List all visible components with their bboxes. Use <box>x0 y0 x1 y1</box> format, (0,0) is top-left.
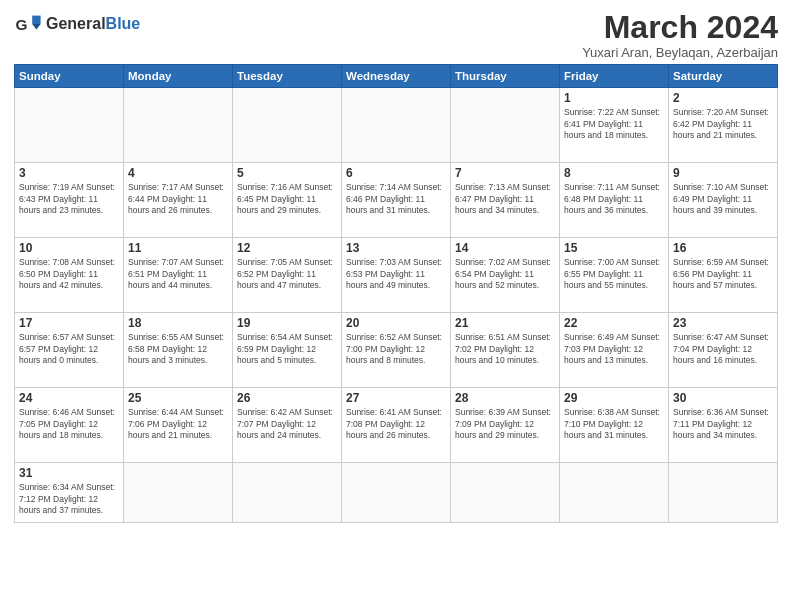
svg-marker-1 <box>32 16 40 24</box>
day-number: 14 <box>455 241 555 255</box>
calendar-cell <box>451 88 560 163</box>
logo-icon: G <box>14 10 42 38</box>
title-block: March 2024 Yuxari Aran, Beylaqan, Azerba… <box>582 10 778 60</box>
day-info: Sunrise: 7:22 AM Sunset: 6:41 PM Dayligh… <box>564 107 664 141</box>
calendar-cell: 4Sunrise: 7:17 AM Sunset: 6:44 PM Daylig… <box>124 163 233 238</box>
calendar-cell: 12Sunrise: 7:05 AM Sunset: 6:52 PM Dayli… <box>233 238 342 313</box>
logo: G GeneralBlue <box>14 10 140 38</box>
day-info: Sunrise: 7:13 AM Sunset: 6:47 PM Dayligh… <box>455 182 555 216</box>
day-number: 9 <box>673 166 773 180</box>
day-info: Sunrise: 7:17 AM Sunset: 6:44 PM Dayligh… <box>128 182 228 216</box>
calendar-cell <box>233 463 342 523</box>
day-number: 4 <box>128 166 228 180</box>
weekday-thursday: Thursday <box>451 65 560 88</box>
day-info: Sunrise: 7:10 AM Sunset: 6:49 PM Dayligh… <box>673 182 773 216</box>
day-info: Sunrise: 7:03 AM Sunset: 6:53 PM Dayligh… <box>346 257 446 291</box>
day-info: Sunrise: 6:49 AM Sunset: 7:03 PM Dayligh… <box>564 332 664 366</box>
week-row-3: 10Sunrise: 7:08 AM Sunset: 6:50 PM Dayli… <box>15 238 778 313</box>
logo-blue: Blue <box>106 15 141 32</box>
calendar-cell: 5Sunrise: 7:16 AM Sunset: 6:45 PM Daylig… <box>233 163 342 238</box>
calendar-cell: 9Sunrise: 7:10 AM Sunset: 6:49 PM Daylig… <box>669 163 778 238</box>
day-info: Sunrise: 7:14 AM Sunset: 6:46 PM Dayligh… <box>346 182 446 216</box>
day-info: Sunrise: 7:16 AM Sunset: 6:45 PM Dayligh… <box>237 182 337 216</box>
day-number: 28 <box>455 391 555 405</box>
day-info: Sunrise: 6:55 AM Sunset: 6:58 PM Dayligh… <box>128 332 228 366</box>
calendar-cell: 16Sunrise: 6:59 AM Sunset: 6:56 PM Dayli… <box>669 238 778 313</box>
day-info: Sunrise: 7:08 AM Sunset: 6:50 PM Dayligh… <box>19 257 119 291</box>
calendar-cell <box>560 463 669 523</box>
calendar-cell <box>342 88 451 163</box>
day-number: 12 <box>237 241 337 255</box>
day-info: Sunrise: 6:47 AM Sunset: 7:04 PM Dayligh… <box>673 332 773 366</box>
day-info: Sunrise: 6:34 AM Sunset: 7:12 PM Dayligh… <box>19 482 119 516</box>
main-title: March 2024 <box>582 10 778 45</box>
calendar-cell: 7Sunrise: 7:13 AM Sunset: 6:47 PM Daylig… <box>451 163 560 238</box>
day-number: 2 <box>673 91 773 105</box>
day-info: Sunrise: 7:20 AM Sunset: 6:42 PM Dayligh… <box>673 107 773 141</box>
calendar-cell <box>342 463 451 523</box>
day-number: 25 <box>128 391 228 405</box>
calendar-cell: 13Sunrise: 7:03 AM Sunset: 6:53 PM Dayli… <box>342 238 451 313</box>
day-number: 15 <box>564 241 664 255</box>
day-info: Sunrise: 6:52 AM Sunset: 7:00 PM Dayligh… <box>346 332 446 366</box>
calendar-cell: 28Sunrise: 6:39 AM Sunset: 7:09 PM Dayli… <box>451 388 560 463</box>
day-info: Sunrise: 6:39 AM Sunset: 7:09 PM Dayligh… <box>455 407 555 441</box>
calendar-cell: 23Sunrise: 6:47 AM Sunset: 7:04 PM Dayli… <box>669 313 778 388</box>
day-number: 7 <box>455 166 555 180</box>
weekday-friday: Friday <box>560 65 669 88</box>
day-number: 8 <box>564 166 664 180</box>
calendar-cell: 19Sunrise: 6:54 AM Sunset: 6:59 PM Dayli… <box>233 313 342 388</box>
weekday-header-row: SundayMondayTuesdayWednesdayThursdayFrid… <box>15 65 778 88</box>
day-number: 24 <box>19 391 119 405</box>
day-number: 23 <box>673 316 773 330</box>
day-number: 26 <box>237 391 337 405</box>
day-info: Sunrise: 6:36 AM Sunset: 7:11 PM Dayligh… <box>673 407 773 441</box>
day-info: Sunrise: 6:41 AM Sunset: 7:08 PM Dayligh… <box>346 407 446 441</box>
week-row-4: 17Sunrise: 6:57 AM Sunset: 6:57 PM Dayli… <box>15 313 778 388</box>
day-number: 22 <box>564 316 664 330</box>
day-number: 16 <box>673 241 773 255</box>
calendar-cell: 20Sunrise: 6:52 AM Sunset: 7:00 PM Dayli… <box>342 313 451 388</box>
calendar-cell: 14Sunrise: 7:02 AM Sunset: 6:54 PM Dayli… <box>451 238 560 313</box>
week-row-5: 24Sunrise: 6:46 AM Sunset: 7:05 PM Dayli… <box>15 388 778 463</box>
day-number: 27 <box>346 391 446 405</box>
day-number: 20 <box>346 316 446 330</box>
calendar-cell: 27Sunrise: 6:41 AM Sunset: 7:08 PM Dayli… <box>342 388 451 463</box>
day-info: Sunrise: 7:07 AM Sunset: 6:51 PM Dayligh… <box>128 257 228 291</box>
day-info: Sunrise: 6:38 AM Sunset: 7:10 PM Dayligh… <box>564 407 664 441</box>
day-info: Sunrise: 7:05 AM Sunset: 6:52 PM Dayligh… <box>237 257 337 291</box>
calendar-cell <box>124 463 233 523</box>
page: G GeneralBlue March 2024 Yuxari Aran, Be… <box>0 0 792 612</box>
subtitle: Yuxari Aran, Beylaqan, Azerbaijan <box>582 45 778 60</box>
weekday-saturday: Saturday <box>669 65 778 88</box>
calendar-cell: 1Sunrise: 7:22 AM Sunset: 6:41 PM Daylig… <box>560 88 669 163</box>
calendar: SundayMondayTuesdayWednesdayThursdayFrid… <box>14 64 778 523</box>
day-number: 1 <box>564 91 664 105</box>
day-number: 3 <box>19 166 119 180</box>
logo-text: GeneralBlue <box>46 15 140 33</box>
calendar-cell: 8Sunrise: 7:11 AM Sunset: 6:48 PM Daylig… <box>560 163 669 238</box>
day-info: Sunrise: 6:54 AM Sunset: 6:59 PM Dayligh… <box>237 332 337 366</box>
day-number: 19 <box>237 316 337 330</box>
day-number: 29 <box>564 391 664 405</box>
calendar-cell: 3Sunrise: 7:19 AM Sunset: 6:43 PM Daylig… <box>15 163 124 238</box>
day-info: Sunrise: 7:11 AM Sunset: 6:48 PM Dayligh… <box>564 182 664 216</box>
weekday-tuesday: Tuesday <box>233 65 342 88</box>
calendar-cell: 6Sunrise: 7:14 AM Sunset: 6:46 PM Daylig… <box>342 163 451 238</box>
day-info: Sunrise: 7:00 AM Sunset: 6:55 PM Dayligh… <box>564 257 664 291</box>
calendar-cell: 17Sunrise: 6:57 AM Sunset: 6:57 PM Dayli… <box>15 313 124 388</box>
calendar-cell <box>233 88 342 163</box>
day-info: Sunrise: 6:42 AM Sunset: 7:07 PM Dayligh… <box>237 407 337 441</box>
week-row-2: 3Sunrise: 7:19 AM Sunset: 6:43 PM Daylig… <box>15 163 778 238</box>
calendar-cell: 11Sunrise: 7:07 AM Sunset: 6:51 PM Dayli… <box>124 238 233 313</box>
calendar-cell: 26Sunrise: 6:42 AM Sunset: 7:07 PM Dayli… <box>233 388 342 463</box>
calendar-cell <box>15 88 124 163</box>
day-number: 5 <box>237 166 337 180</box>
calendar-cell <box>451 463 560 523</box>
day-info: Sunrise: 6:44 AM Sunset: 7:06 PM Dayligh… <box>128 407 228 441</box>
calendar-cell: 31Sunrise: 6:34 AM Sunset: 7:12 PM Dayli… <box>15 463 124 523</box>
day-number: 13 <box>346 241 446 255</box>
calendar-cell: 10Sunrise: 7:08 AM Sunset: 6:50 PM Dayli… <box>15 238 124 313</box>
calendar-cell: 21Sunrise: 6:51 AM Sunset: 7:02 PM Dayli… <box>451 313 560 388</box>
calendar-cell <box>124 88 233 163</box>
